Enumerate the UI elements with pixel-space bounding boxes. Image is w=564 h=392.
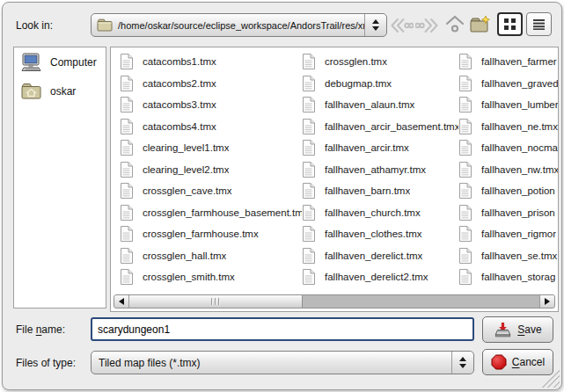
file-item[interactable]: clearing_level2.tmx <box>120 159 302 181</box>
document-icon <box>458 205 472 221</box>
list-view-button[interactable] <box>526 12 552 36</box>
document-icon <box>302 162 315 178</box>
home-folder-icon <box>21 83 42 99</box>
up-folder-button[interactable] <box>443 13 466 34</box>
cancel-button[interactable]: Cancel <box>482 349 553 375</box>
places-sidebar: Computer oskar <box>13 47 106 309</box>
file-name-label: clearing_level2.tmx <box>143 164 229 175</box>
file-item[interactable]: fallhaven_nocma <box>458 137 559 159</box>
sidebar-item-label: oskar <box>50 85 76 98</box>
file-name-label: fallhaven_lumber <box>481 99 559 110</box>
save-button-label: Save <box>517 323 541 336</box>
document-icon <box>120 183 133 199</box>
document-icon <box>302 183 315 199</box>
document-icon <box>458 248 472 264</box>
new-folder-button[interactable] <box>469 13 492 34</box>
file-name-label: fallhaven_derelict2.tmx <box>325 272 428 282</box>
file-item[interactable]: crossglen_hall.tmx <box>120 245 302 267</box>
file-name-label: clearing_level1.tmx <box>143 142 229 153</box>
file-item[interactable]: fallhaven_barn.tmx <box>302 180 458 202</box>
file-item[interactable]: fallhaven_arcir_basement.tmx <box>302 116 458 138</box>
document-icon <box>120 205 133 221</box>
file-item[interactable]: fallhaven_church.tmx <box>302 202 458 224</box>
document-icon <box>120 248 133 264</box>
file-item[interactable]: fallhaven_alaun.tmx <box>302 94 458 116</box>
file-item[interactable]: clearing_level1.tmx <box>120 137 302 159</box>
file-item[interactable]: catacombs1.tmx <box>120 51 302 73</box>
file-item[interactable]: fallhaven_farmer <box>458 51 559 73</box>
file-item[interactable]: fallhaven_ne.tmx <box>458 116 559 138</box>
document-icon <box>120 97 133 113</box>
spinner-up-icon <box>372 19 379 24</box>
files-of-type-label: Files of type: <box>16 357 76 369</box>
file-item[interactable]: crossglen_farmhouse.tmx <box>120 223 302 245</box>
file-name-label: crossglen_smith.tmx <box>143 272 235 282</box>
file-name-label: crossglen_farmhouse_basement.tmx <box>143 207 302 218</box>
document-icon <box>302 226 315 242</box>
folder-icon <box>92 18 113 32</box>
file-item[interactable]: fallhaven_derelict2.tmx <box>302 266 458 288</box>
file-name-label: fallhaven_storag <box>481 272 555 282</box>
horizontal-scrollbar[interactable] <box>114 294 555 309</box>
file-item[interactable]: fallhaven_derelict.tmx <box>302 245 458 267</box>
file-item[interactable]: fallhaven_storag <box>458 266 559 288</box>
document-icon <box>120 76 133 91</box>
file-item[interactable]: crossglen_cave.tmx <box>120 180 302 202</box>
file-name-label: debugmap.tmx <box>325 78 392 89</box>
look-in-combobox[interactable]: /home/oskar/source/eclipse_workspace/And… <box>91 13 387 37</box>
document-icon <box>458 162 472 178</box>
file-name-label: fallhaven_clothes.tmx <box>325 229 422 239</box>
file-item[interactable]: fallhaven_se.tmx <box>458 245 559 267</box>
scrollbar-thumb[interactable] <box>129 295 303 308</box>
back-icon <box>390 18 414 33</box>
file-item[interactable]: debugmap.tmx <box>302 73 458 95</box>
file-item[interactable]: catacombs3.tmx <box>120 94 302 116</box>
look-in-spinner[interactable] <box>364 14 386 36</box>
back-button[interactable] <box>390 15 413 36</box>
sidebar-item-computer[interactable]: Computer <box>14 47 106 77</box>
file-item[interactable]: fallhaven_clothes.tmx <box>302 223 458 245</box>
file-item[interactable]: fallhaven_prison <box>458 202 559 224</box>
files-of-type-spinner[interactable] <box>451 352 473 374</box>
file-name-label: fallhaven_arcir.tmx <box>325 142 409 153</box>
sidebar-item-oskar[interactable]: oskar <box>14 77 106 105</box>
file-item[interactable]: fallhaven_rigmor <box>458 223 559 245</box>
file-item[interactable]: catacombs2.tmx <box>120 73 302 95</box>
file-name-label: catacombs4.tmx <box>143 121 216 132</box>
grid-view-icon <box>503 18 516 31</box>
new-folder-icon <box>470 15 491 33</box>
file-item[interactable]: fallhaven_graved <box>458 73 559 95</box>
save-button[interactable]: Save <box>482 316 553 343</box>
scroll-right-icon <box>545 298 550 305</box>
document-icon <box>302 97 315 113</box>
grid-view-button[interactable] <box>497 12 523 36</box>
save-icon <box>494 322 512 338</box>
file-item[interactable]: catacombs4.tmx <box>120 116 302 138</box>
file-name-label: fallhaven_prison <box>481 207 555 218</box>
forward-button[interactable] <box>415 15 438 36</box>
file-item[interactable]: fallhaven_athamyr.tmx <box>302 159 458 181</box>
file-name-label: fallhaven_derelict.tmx <box>325 250 422 261</box>
file-name-label: fallhaven_nw.tmx <box>481 164 559 175</box>
file-item[interactable]: crossglen_farmhouse_basement.tmx <box>120 202 302 224</box>
file-item[interactable]: fallhaven_arcir.tmx <box>302 137 458 159</box>
file-name-label: fallhaven_arcir_basement.tmx <box>325 121 458 132</box>
file-list-panel: catacombs1.tmx catacombs2.tmx catacombs3… <box>110 47 559 312</box>
cancel-button-label: Cancel <box>512 356 545 368</box>
spinner-up-icon <box>459 357 466 361</box>
files-of-type-value: Tiled map files (*.tmx) <box>92 357 451 369</box>
document-icon <box>120 119 133 134</box>
file-item[interactable]: crossglen.tmx <box>302 51 458 73</box>
file-item[interactable]: fallhaven_nw.tmx <box>458 159 559 181</box>
scroll-left-button[interactable] <box>114 295 129 308</box>
file-name-label: catacombs3.tmx <box>143 99 216 110</box>
file-item[interactable]: fallhaven_potion <box>458 180 559 202</box>
file-name-input[interactable] <box>91 317 474 341</box>
file-item[interactable]: fallhaven_lumber <box>458 94 559 116</box>
file-item[interactable]: crossglen_smith.tmx <box>120 266 302 288</box>
document-icon <box>302 140 315 156</box>
scroll-right-button[interactable] <box>539 295 554 308</box>
document-icon <box>458 119 472 134</box>
document-icon <box>302 248 315 264</box>
files-of-type-combobox[interactable]: Tiled map files (*.tmx) <box>91 351 474 374</box>
